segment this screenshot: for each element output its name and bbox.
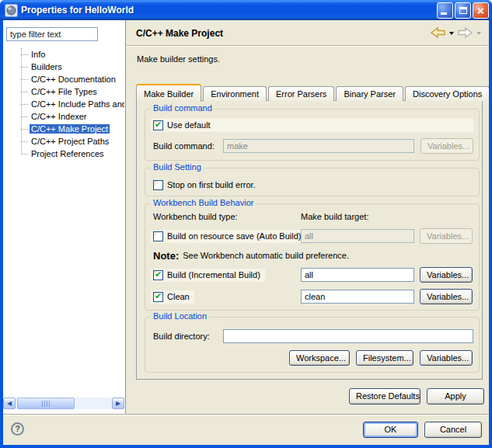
scrollbar-thumb[interactable]	[17, 398, 75, 409]
stop-on-error-label: Stop on first build error.	[167, 180, 256, 189]
help-question-icon[interactable]: ?	[11, 422, 24, 436]
build-directory-input[interactable]	[223, 329, 473, 343]
tree-item-label: C/C++ File Types	[30, 87, 99, 96]
tree-item-c-c-indexer[interactable]: C/C++ Indexer	[14, 110, 124, 123]
build-directory-row: Build directory:	[153, 328, 473, 344]
auto-build-label: Build on resource save (Auto Build)	[167, 231, 301, 241]
tree-item-c-c-project-paths[interactable]: C/C++ Project Paths	[14, 135, 124, 148]
build-setting-group: Build Setting Stop on first build error.	[145, 168, 480, 196]
auto-build-variables-button: Variables...	[420, 228, 473, 244]
stop-on-error-row: Stop on first build error.	[153, 179, 256, 191]
tab-discovery-options[interactable]: Discovery Options	[405, 86, 489, 101]
close-icon	[473, 3, 488, 18]
note-row: Note: See Workbench automatic build pref…	[153, 249, 349, 262]
note-text: See Workbench automatic build preference…	[183, 251, 349, 260]
scrollbar-track[interactable]	[16, 398, 112, 409]
tree-item-label: Info	[30, 50, 47, 59]
scroll-left-arrow-icon[interactable]: ◀	[3, 398, 16, 409]
dialog-footer: ? OK Cancel	[3, 414, 489, 445]
restore-defaults-button[interactable]: Restore Defaults	[349, 388, 420, 405]
tree-item-c-c-documentation[interactable]: C/C++ Documentation	[14, 73, 124, 85]
note-label: Note:	[153, 250, 179, 262]
back-arrow-icon[interactable]	[431, 27, 445, 40]
properties-dialog: Properties for HelloWorld InfoBuildersC/…	[0, 0, 492, 448]
tree-item-label: C/C++ Project Paths	[30, 137, 110, 146]
tree-item-builders[interactable]: Builders	[14, 61, 124, 73]
sidebar-horizontal-scrollbar[interactable]: ◀ ▶	[3, 398, 124, 409]
ok-button[interactable]: OK	[363, 422, 418, 438]
tree-item-c-c-include-paths-and[interactable]: C/C++ Include Paths and	[14, 98, 124, 110]
minimize-button[interactable]	[437, 2, 453, 19]
tree-item-label: C/C++ Indexer	[30, 112, 89, 121]
build-setting-group-title: Build Setting	[151, 162, 204, 172]
tree-item-c-c-make-project[interactable]: C/C++ Make Project	[14, 123, 124, 135]
workbench-group-title: Workbench Build Behavior	[151, 198, 256, 207]
workbench-build-behavior-group: Workbench Build Behavior Workbench build…	[145, 203, 480, 311]
tree-item-label: C/C++ Make Project	[30, 124, 110, 134]
window-title: Properties for HelloWorld	[21, 5, 435, 16]
back-dropdown-icon[interactable]	[449, 32, 454, 35]
header-separator	[126, 45, 489, 47]
forward-arrow-icon[interactable]	[458, 27, 473, 40]
tab-bar: Make BuilderEnvironmentError ParsersBina…	[136, 83, 489, 101]
tree-item-label: Builders	[30, 62, 64, 71]
properties-sidebar: InfoBuildersC/C++ DocumentationC/C++ Fil…	[3, 20, 126, 414]
footer-buttons: OK Cancel	[363, 422, 482, 438]
cancel-button[interactable]: Cancel	[424, 422, 482, 438]
build-location-group-title: Build Location	[151, 311, 209, 321]
tree-item-project-references[interactable]: Project References	[14, 148, 124, 160]
forward-dropdown-icon[interactable]	[476, 32, 481, 35]
build-location-variables-button[interactable]: Variables...	[420, 350, 473, 366]
clean-target-input[interactable]	[301, 290, 414, 304]
workbench-build-type-label: Workbench build type:	[153, 212, 238, 221]
build-directory-label: Build directory:	[153, 332, 223, 341]
auto-build-target-input	[301, 229, 414, 243]
build-command-group: Build command Use default Build command:…	[145, 109, 480, 161]
tab-binary-parser[interactable]: Binary Parser	[336, 86, 403, 101]
properties-tree: InfoBuildersC/C++ DocumentationC/C++ Fil…	[14, 48, 124, 395]
incremental-build-label: Build (Incremental Build)	[167, 270, 260, 280]
tree-item-c-c-file-types[interactable]: C/C++ File Types	[14, 85, 124, 98]
filter-input[interactable]	[6, 27, 98, 41]
clean-chip: Clean	[151, 290, 194, 304]
main-panel: C/C++ Make Project Make builder settings…	[126, 20, 489, 414]
tab-make-builder[interactable]: Make Builder	[136, 84, 201, 102]
incremental-build-row: Build (Incremental Build) Variables...	[151, 267, 473, 283]
tree-item-label: C/C++ Documentation	[30, 75, 117, 84]
incremental-build-chip: Build (Incremental Build)	[151, 269, 265, 282]
auto-build-row: Build on resource save (Auto Build) Vari…	[151, 228, 473, 244]
page-actions: Restore Defaults Apply	[349, 388, 484, 405]
tab-environment[interactable]: Environment	[203, 86, 267, 101]
incremental-build-target-input[interactable]	[301, 268, 414, 282]
tree-item-info[interactable]: Info	[14, 48, 124, 61]
workspace-button[interactable]: Workspace...	[289, 350, 350, 366]
incremental-build-checkbox[interactable]	[153, 270, 163, 280]
clean-row: Clean Variables...	[151, 289, 473, 304]
apply-button[interactable]: Apply	[427, 388, 484, 405]
minimize-icon	[441, 12, 447, 15]
build-command-row: Build command: Variables...	[153, 138, 473, 154]
tab-error-parsers[interactable]: Error Parsers	[268, 86, 334, 101]
clean-checkbox[interactable]	[153, 292, 163, 302]
clean-variables-button[interactable]: Variables...	[420, 289, 473, 304]
stop-on-error-checkbox[interactable]	[153, 180, 163, 190]
filesystem-button[interactable]: Filesystem...	[356, 350, 413, 366]
maximize-icon	[459, 7, 467, 14]
auto-build-chip: Build on resource save (Auto Build)	[151, 230, 305, 243]
auto-build-checkbox[interactable]	[153, 231, 163, 241]
make-builder-tab-panel: Build command Use default Build command:…	[136, 100, 483, 380]
titlebar[interactable]: Properties for HelloWorld	[0, 0, 492, 20]
properties-app-icon[interactable]	[5, 4, 18, 17]
page-title: C/C++ Make Project	[136, 28, 223, 39]
use-default-row: Use default	[151, 118, 473, 132]
scroll-right-arrow-icon[interactable]: ▶	[112, 398, 124, 409]
build-command-group-title: Build command	[151, 103, 215, 113]
build-command-label: Build command:	[153, 141, 223, 151]
incremental-build-variables-button[interactable]: Variables...	[420, 267, 473, 283]
build-command-variables-button: Variables...	[420, 138, 473, 154]
use-default-label: Use default	[167, 120, 211, 130]
close-button[interactable]	[473, 2, 489, 19]
maximize-button[interactable]	[455, 2, 471, 19]
scrollbar-grip-icon	[42, 401, 50, 407]
use-default-checkbox[interactable]	[153, 120, 163, 130]
